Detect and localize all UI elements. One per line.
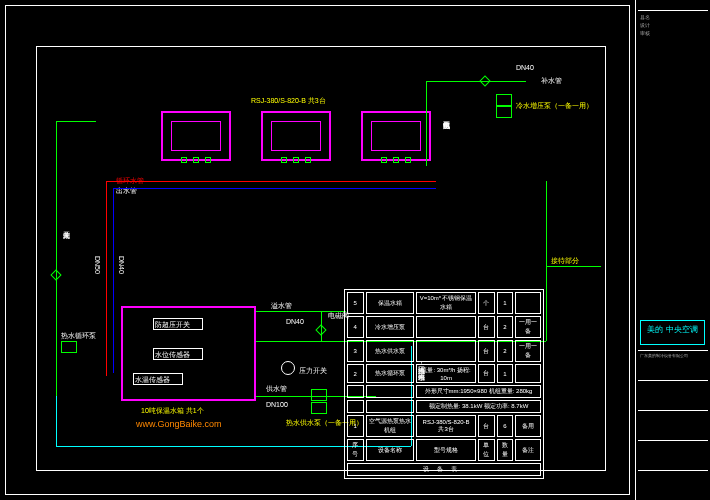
watermark: www.GongBaike.com xyxy=(136,419,222,429)
dn40-solenoid-label: DN40 xyxy=(286,318,304,325)
equipment-table: 5保温水箱V=10m³ 不锈钢保温水箱个1 4冷水增压泵台2一用一备 3热水供水… xyxy=(344,289,544,479)
pipe-cyan-left-h xyxy=(56,446,121,447)
cold-pump-label: 冷水增压泵（一备一用） xyxy=(516,101,593,111)
tb-field-3 xyxy=(638,440,708,445)
dn40-top-label: DN40 xyxy=(516,64,534,71)
pipe-manifold-red xyxy=(161,181,436,182)
design-section-label: 接待部分 xyxy=(551,256,579,266)
supply-pipe-label: 供水管 xyxy=(266,384,287,394)
tank-item-1b: 水位传感器 xyxy=(155,350,190,360)
tb-company-sub: 广东美的制冷设备有限公司 xyxy=(638,350,708,360)
hot-circ-label: 热水循环泵 xyxy=(61,331,96,341)
pipe-manifold-blue xyxy=(161,188,436,189)
title-block: 县名设计审核 美的 中央空调 广东美的制冷设备有限公司 xyxy=(635,0,710,500)
tb-header: 县名设计审核 xyxy=(638,10,708,39)
heat-pump-unit-1 xyxy=(161,111,231,161)
insulated-tank: 防超压开关 水位传感器 水温传感器 xyxy=(121,306,256,401)
tb-field-1 xyxy=(638,380,708,385)
heat-pump-unit-3 xyxy=(361,111,431,161)
pressure-switch-label: 压力开关 xyxy=(299,366,327,376)
units-header-label: RSJ-380/S-820-B 共3台 xyxy=(251,96,326,106)
dn50-label: DN50 xyxy=(94,256,101,274)
tank-item-2: 水温传感器 xyxy=(135,375,170,385)
pipe-left-red xyxy=(106,181,107,376)
pipe-top-down xyxy=(426,81,427,166)
pipe-top-supply xyxy=(426,81,526,82)
tank-item-1: 防超压开关 xyxy=(155,320,190,330)
hot-supply-pump-1 xyxy=(311,389,327,401)
cold-pump-2 xyxy=(496,106,512,118)
tb-field-2 xyxy=(638,410,708,415)
hot-circ-pump xyxy=(61,341,77,353)
pressure-switch xyxy=(281,361,295,375)
tank-name-label: 10吨保温水箱 共1个 xyxy=(141,406,204,416)
dn100-label: DN100 xyxy=(266,401,288,408)
hot-supply-pump-2 xyxy=(311,402,327,414)
overflow-label: 溢水管 xyxy=(271,301,292,311)
pipe-main-down xyxy=(546,181,547,341)
pipe-left-blue-h xyxy=(113,188,161,189)
tb-field-4 xyxy=(638,470,708,475)
pipe-left-red-h xyxy=(106,181,161,182)
pipe-return-top xyxy=(56,121,96,122)
supply-label: 补水管 xyxy=(541,76,562,86)
pipe-main-top-branch xyxy=(546,266,601,267)
pipe-return-v xyxy=(56,121,57,396)
cold-pump-1 xyxy=(496,94,512,106)
pipe-left-blue xyxy=(113,188,114,373)
dn40-v-label: DN40 xyxy=(118,256,125,274)
pipe-cyan-left xyxy=(56,396,57,446)
heat-pump-unit-2 xyxy=(261,111,331,161)
company-logo: 美的 中央空调 xyxy=(640,320,705,345)
drawing-border: RSJ-380/S-820-B 共3台 空气源热泵机组 DN40 补水管 冷水增… xyxy=(5,5,630,495)
